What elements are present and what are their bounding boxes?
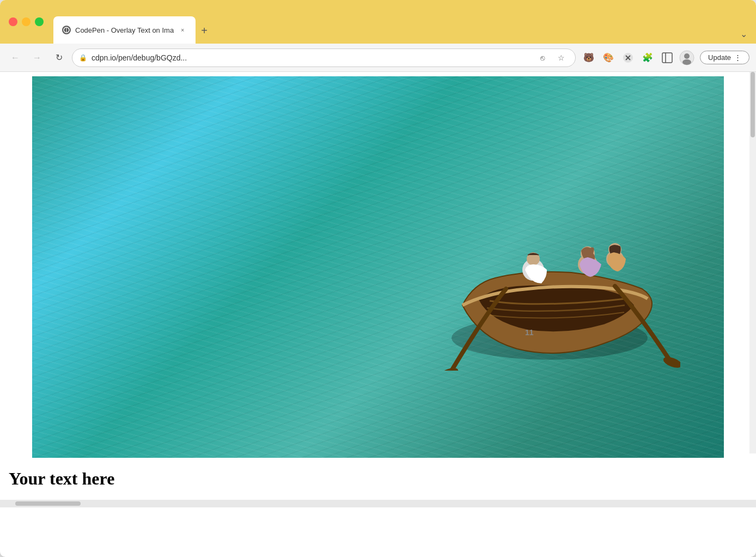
svg-point-14 (662, 355, 680, 370)
share-button[interactable]: ⎋ (535, 50, 550, 65)
svg-point-9 (684, 53, 690, 59)
sidebar-extension-icon[interactable] (659, 49, 676, 66)
tab-close-button[interactable]: × (178, 26, 187, 34)
horizontal-scrollbar[interactable] (0, 500, 756, 507)
x-extension-icon[interactable] (619, 49, 637, 66)
reload-button[interactable]: ↻ (50, 49, 68, 66)
svg-point-10 (682, 59, 691, 65)
title-bar: CodePen - Overlay Text on Ima × + ⌄ (0, 0, 756, 44)
close-traffic-light[interactable] (9, 17, 17, 26)
puzzle-extension-icon[interactable]: 🧩 (639, 49, 656, 66)
active-tab[interactable]: CodePen - Overlay Text on Ima × (53, 16, 196, 44)
nav-bar: ← → ↻ 🔒 cdpn.io/pen/debug/bGQzd... ⎋ ☆ 🐻… (0, 44, 756, 72)
minimize-traffic-light[interactable] (22, 17, 31, 26)
image-caption: Your text here (0, 458, 756, 500)
tab-favicon (62, 26, 71, 34)
vertical-scrollbar[interactable] (749, 72, 756, 453)
bookmark-button[interactable]: ☆ (553, 50, 569, 65)
tab-title: CodePen - Overlay Text on Ima (75, 26, 174, 34)
extensions-area: 🐻 🎨 🧩 (580, 49, 696, 66)
back-button[interactable]: ← (7, 49, 24, 66)
boat-image: 11 (32, 76, 724, 458)
address-text: cdpn.io/pen/debug/bGQzd... (92, 53, 531, 62)
fullscreen-traffic-light[interactable] (35, 17, 44, 26)
svg-text:11: 11 (525, 328, 534, 337)
more-options-icon: ⋮ (734, 53, 741, 62)
update-label: Update (708, 53, 731, 62)
boat-svg-container: 11 (408, 164, 680, 371)
horizontal-scroll-thumb[interactable] (15, 501, 81, 506)
update-button[interactable]: Update ⋮ (700, 51, 749, 64)
address-actions: ⎋ ☆ (535, 50, 569, 65)
lock-icon: 🔒 (79, 54, 87, 62)
profile-extension-icon[interactable] (678, 49, 696, 66)
bear-extension-icon[interactable]: 🐻 (580, 49, 598, 66)
tab-bar: CodePen - Overlay Text on Ima × + ⌄ (53, 0, 747, 44)
new-tab-button[interactable]: + (196, 22, 213, 39)
forward-button[interactable]: → (28, 49, 46, 66)
vertical-scroll-thumb[interactable] (751, 72, 755, 137)
page-content: 11 (0, 76, 756, 507)
traffic-lights (9, 17, 44, 26)
address-bar[interactable]: 🔒 cdpn.io/pen/debug/bGQzd... ⎋ ☆ (72, 49, 576, 67)
browser-window: CodePen - Overlay Text on Ima × + ⌄ ← → … (0, 0, 756, 557)
tabs-chevron-icon[interactable]: ⌄ (740, 29, 747, 39)
svg-rect-6 (662, 53, 672, 63)
colorful-extension-icon[interactable]: 🎨 (600, 49, 617, 66)
image-container: 11 (32, 76, 724, 458)
